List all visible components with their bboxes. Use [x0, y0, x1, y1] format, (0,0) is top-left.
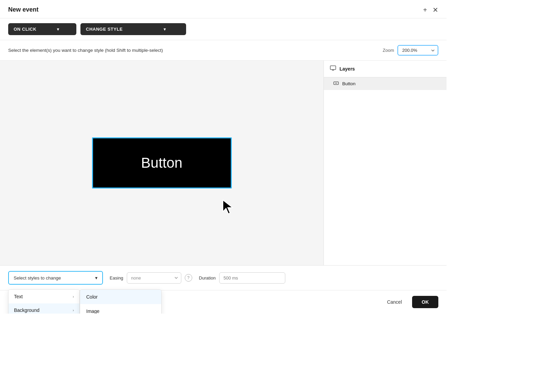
menu-item-background[interactable]: Background ›	[9, 303, 79, 314]
action-dropdown[interactable]: CHANGE STYLE ▾	[80, 23, 186, 35]
left-menu: Text › Background › Opacity Border › Pad…	[8, 289, 80, 314]
cancel-button[interactable]: Cancel	[381, 296, 408, 308]
sub-menu-item-image[interactable]: Image	[80, 304, 161, 314]
style-selector-arrow-icon: ▾	[95, 275, 97, 281]
style-selector-row: Select styles to change ▾ Easing none ea…	[0, 266, 447, 290]
button-preview: Button	[92, 137, 232, 189]
sub-menu: Color Image Horizontal alignment Vertica…	[80, 289, 162, 314]
zoom-label: Zoom	[383, 48, 394, 53]
sub-menu-item-color[interactable]: Color	[80, 290, 161, 304]
trigger-label: ON CLICK	[14, 27, 36, 32]
trigger-dropdown[interactable]: ON CLICK ▾	[8, 23, 76, 35]
modal-header: New event + ✕	[0, 0, 447, 18]
action-label: CHANGE STYLE	[86, 27, 123, 32]
plus-icon: +	[423, 6, 427, 14]
header-icons: + ✕	[423, 6, 438, 13]
modal-title: New event	[8, 6, 39, 13]
menu-item-text-label: Text	[14, 294, 23, 299]
zoom-select[interactable]: 200.0% 100.0% 150.0% 75.0% 50.0%	[397, 45, 438, 56]
layers-item-button[interactable]: Button	[324, 77, 447, 90]
zoom-group: Zoom 200.0% 100.0% 150.0% 75.0% 50.0%	[383, 45, 438, 56]
instruction-text: Select the element(s) you want to change…	[8, 48, 163, 53]
layers-item-button-label: Button	[342, 81, 356, 86]
button-layer-icon	[333, 81, 339, 87]
modal: New event + ✕ ON CLICK ▾ CHANGE STYLE ▾ …	[0, 0, 447, 314]
ok-button[interactable]: OK	[412, 296, 438, 308]
trigger-arrow-icon: ▾	[57, 27, 59, 32]
style-selector-dropdown[interactable]: Select styles to change ▾	[8, 271, 103, 285]
toolbar-row: ON CLICK ▾ CHANGE STYLE ▾	[0, 18, 447, 40]
canvas-area[interactable]: Button	[0, 61, 324, 265]
chevron-right-icon-text: ›	[73, 295, 74, 299]
menu-item-text[interactable]: Text ›	[9, 290, 79, 303]
instruction-row: Select the element(s) you want to change…	[0, 40, 447, 61]
layers-header: Layers	[324, 61, 447, 77]
sub-menu-item-image-label: Image	[86, 308, 100, 314]
main-area: Button Layer	[0, 61, 447, 265]
easing-group: Easing none ease ease-in ease-out linear…	[110, 272, 192, 284]
easing-label: Easing	[110, 275, 123, 281]
close-icon-button[interactable]: ✕	[433, 6, 438, 13]
plus-icon-button[interactable]: +	[423, 6, 427, 13]
easing-select[interactable]: none ease ease-in ease-out linear	[127, 272, 181, 284]
chevron-right-icon-background: ›	[73, 308, 74, 312]
duration-input[interactable]	[219, 272, 285, 284]
style-selector-label: Select styles to change	[14, 275, 61, 281]
sub-menu-item-color-label: Color	[86, 294, 97, 300]
menu-item-background-label: Background	[14, 307, 40, 313]
monitor-icon	[330, 65, 336, 72]
help-icon[interactable]: ?	[185, 274, 192, 282]
layers-panel: Layers Button	[324, 61, 447, 265]
action-arrow-icon: ▾	[164, 27, 166, 32]
close-icon: ✕	[433, 6, 438, 14]
duration-group: Duration	[199, 272, 285, 284]
duration-label: Duration	[199, 275, 216, 281]
button-preview-text: Button	[141, 155, 182, 171]
svg-rect-0	[330, 66, 336, 70]
bottom-panel: Select styles to change ▾ Easing none ea…	[0, 265, 447, 314]
layers-title: Layers	[339, 66, 355, 72]
